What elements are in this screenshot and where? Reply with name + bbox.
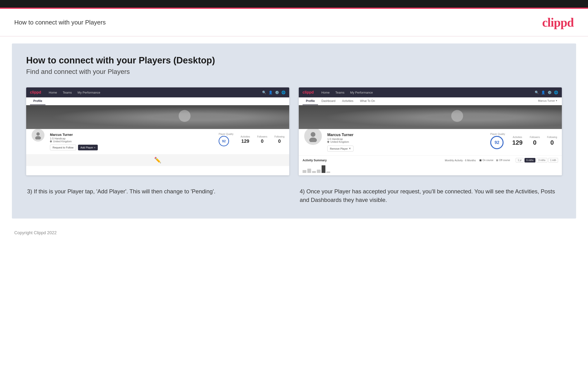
caption-text-right: 4) Once your Player has accepted your re… bbox=[300, 187, 561, 204]
footer: Copyright Clippd 2022 bbox=[0, 226, 588, 240]
nav-logo-left: clippd bbox=[30, 90, 41, 94]
player-name-left: Marcus Turner bbox=[50, 133, 214, 137]
search-icon-right[interactable]: 🔍 bbox=[535, 91, 539, 94]
tab-activities-right[interactable]: Activities bbox=[339, 97, 356, 105]
stats-left: Player Quality 92 Activities 129 Followe… bbox=[219, 133, 285, 146]
nav-teams-right: Teams bbox=[335, 91, 345, 94]
legend-off-course: Off course bbox=[496, 159, 510, 161]
globe-icon-left[interactable]: 🌐 bbox=[281, 91, 285, 94]
x-icon: ✕ bbox=[349, 147, 351, 150]
player-info-left: Marcus Turner 1-5 Handicap United Kingdo… bbox=[50, 133, 214, 150]
banner-right bbox=[299, 105, 562, 129]
stat-followers-right: Followers 0 bbox=[530, 136, 540, 146]
profile-section-left: Marcus Turner 1-5 Handicap United Kingdo… bbox=[26, 129, 289, 154]
location-icon-left bbox=[50, 140, 52, 142]
avatar-right bbox=[303, 127, 322, 146]
mock-tabs-left: Profile bbox=[26, 97, 289, 105]
header-title: How to connect with your Players bbox=[14, 19, 106, 26]
time-btn-6mths[interactable]: 6 mths bbox=[525, 158, 536, 162]
pencil-icon: ✏️ bbox=[154, 157, 161, 163]
time-btn-1mth[interactable]: 1 mth bbox=[548, 158, 558, 162]
stat-following-right: Following 0 bbox=[547, 136, 557, 146]
chart-bar-4 bbox=[317, 170, 321, 173]
off-course-dot bbox=[496, 159, 498, 161]
nav-home-left: Home bbox=[49, 91, 57, 94]
stat-followers-left: Followers 0 bbox=[257, 135, 267, 144]
activity-title-right: Activity Summary bbox=[303, 159, 327, 162]
svg-point-0 bbox=[36, 132, 40, 136]
chart-bar-2 bbox=[307, 169, 311, 173]
nav-myperformance-right: My Performance bbox=[350, 91, 373, 94]
stat-quality-left: Player Quality 92 bbox=[219, 133, 233, 146]
request-follow-button[interactable]: Request to Follow bbox=[50, 145, 76, 150]
player-handicap-right: 1-5 Handicap bbox=[327, 138, 485, 140]
clippd-logo: clippd bbox=[542, 16, 574, 29]
nav-teams-left: Teams bbox=[63, 91, 72, 94]
caption-left: 3) If this is your Player tap, 'Add Play… bbox=[26, 187, 289, 204]
legend-on-course: On course bbox=[480, 159, 493, 161]
banner-overlay-left bbox=[26, 105, 289, 129]
mock-nav-left: clippd Home Teams My Performance 🔍 👤 ⚙️ … bbox=[26, 87, 289, 97]
actions-left: Request to Follow Add Player + bbox=[50, 145, 214, 150]
settings-icon-left[interactable]: ⚙️ bbox=[275, 91, 279, 94]
profile-section-right: Marcus Turner 1-5 Handicap United Kingdo… bbox=[299, 129, 562, 155]
user-icon-left[interactable]: 👤 bbox=[268, 91, 273, 94]
actions-right: Remove Player ✕ bbox=[327, 146, 485, 151]
player-selector-right[interactable]: Marcus Turner bbox=[538, 97, 555, 105]
time-btn-3mths[interactable]: 3 mths bbox=[536, 158, 547, 162]
nav-icons-right: 🔍 👤 ⚙️ 🌐 bbox=[535, 91, 558, 94]
globe-icon-right[interactable]: 🌐 bbox=[554, 91, 558, 94]
time-btn-1yr[interactable]: 1 yr bbox=[516, 158, 524, 162]
time-buttons-right: 1 yr 6 mths 3 mths 1 mth bbox=[516, 158, 558, 162]
tab-profile-right[interactable]: Profile bbox=[303, 97, 318, 105]
mock-tabs-right: Profile Dashboard Activities What To On … bbox=[299, 97, 562, 105]
legend-right: On course Off course bbox=[480, 159, 510, 161]
tab-whattoon-right[interactable]: What To On bbox=[356, 97, 378, 105]
location-icon-right bbox=[327, 140, 329, 143]
stat-following-left: Following 0 bbox=[275, 135, 285, 144]
activity-summary-right: Activity Summary Monthly Activity · 6 Mo… bbox=[299, 155, 562, 175]
main-content: How to connect with your Players (Deskto… bbox=[12, 43, 576, 218]
add-player-button[interactable]: Add Player + bbox=[78, 145, 98, 150]
selector-chevron: ▾ bbox=[555, 97, 558, 105]
player-handicap-left: 1-5 Handicap bbox=[50, 137, 214, 140]
settings-icon-right[interactable]: ⚙️ bbox=[548, 91, 552, 94]
banner-overlay-right bbox=[299, 105, 562, 129]
screenshot-left: clippd Home Teams My Performance 🔍 👤 ⚙️ … bbox=[26, 87, 289, 175]
activity-subtitle-right: Monthly Activity · 6 Months bbox=[445, 159, 476, 162]
pencil-area-left: ✏️ bbox=[26, 154, 289, 166]
stat-activities-right: Activities 129 bbox=[512, 136, 523, 146]
nav-myperformance-left: My Performance bbox=[78, 91, 100, 94]
captions-row: 3) If this is your Player tap, 'Add Play… bbox=[26, 187, 562, 204]
page-heading: How to connect with your Players (Deskto… bbox=[26, 55, 562, 66]
quality-circle-left: 92 bbox=[219, 136, 229, 146]
mock-nav-right: clippd Home Teams My Performance 🔍 👤 ⚙️ … bbox=[299, 87, 562, 97]
tab-profile-left[interactable]: Profile bbox=[30, 97, 45, 105]
nav-icons-left: 🔍 👤 ⚙️ 🌐 bbox=[262, 91, 285, 94]
screenshot-right: clippd Home Teams My Performance 🔍 👤 ⚙️ … bbox=[299, 87, 562, 175]
user-icon-right[interactable]: 👤 bbox=[541, 91, 545, 94]
svg-point-3 bbox=[309, 138, 317, 142]
nav-home-right: Home bbox=[321, 91, 330, 94]
search-icon-left[interactable]: 🔍 bbox=[262, 91, 266, 94]
chart-bar-1 bbox=[303, 170, 306, 173]
remove-player-button[interactable]: Remove Player ✕ bbox=[327, 146, 354, 151]
caption-text-left: 3) If this is your Player tap, 'Add Play… bbox=[27, 187, 288, 196]
chart-area-right bbox=[303, 164, 558, 173]
activity-header-right: Activity Summary Monthly Activity · 6 Mo… bbox=[303, 158, 558, 162]
chart-bar-3 bbox=[312, 171, 316, 173]
svg-point-1 bbox=[35, 136, 41, 139]
on-course-dot bbox=[480, 159, 481, 161]
player-name-right: Marcus Turner bbox=[327, 133, 485, 137]
page-subheading: Find and connect with your Players bbox=[26, 68, 562, 75]
chart-bar-5 bbox=[322, 165, 325, 173]
stat-quality-right: Player Quality 92 bbox=[490, 133, 505, 149]
avatar-left bbox=[31, 128, 45, 142]
player-info-right: Marcus Turner 1-5 Handicap United Kingdo… bbox=[327, 133, 485, 151]
quality-circle-right: 92 bbox=[490, 136, 503, 149]
top-bar bbox=[0, 0, 588, 8]
stats-right: Player Quality 92 Activities 129 Followe… bbox=[490, 133, 557, 149]
tab-dashboard-right[interactable]: Dashboard bbox=[318, 97, 339, 105]
screenshots-row: clippd Home Teams My Performance 🔍 👤 ⚙️ … bbox=[26, 87, 562, 175]
svg-point-2 bbox=[311, 132, 315, 137]
